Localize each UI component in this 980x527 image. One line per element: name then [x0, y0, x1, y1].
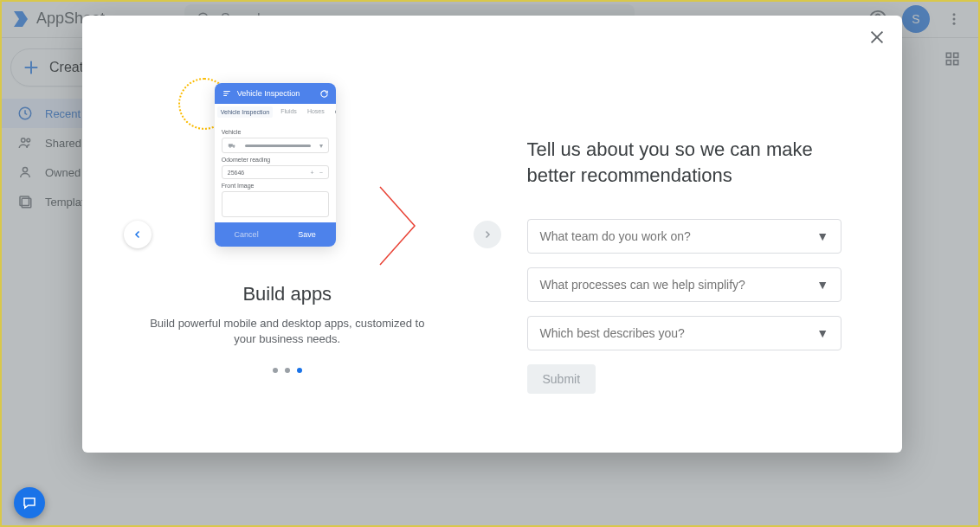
svg-rect-24	[229, 144, 233, 146]
svg-point-27	[233, 146, 235, 148]
dropdown-arrow-icon: ▼	[816, 229, 828, 243]
phone-tab: Vehicle Inspection	[217, 106, 273, 118]
phone-vehicle-select: ▾	[222, 138, 329, 153]
phone-odometer-input: 25646 +−	[222, 165, 329, 179]
chat-fab[interactable]	[14, 487, 45, 518]
red-arrow-decoration	[376, 183, 419, 269]
chat-icon	[22, 495, 37, 511]
carousel-dot[interactable]	[297, 368, 302, 373]
carousel-next-button[interactable]	[474, 221, 501, 248]
submit-button[interactable]: Submit	[527, 364, 596, 394]
carousel-dots	[273, 368, 302, 373]
phone-tab: Hoses	[302, 104, 330, 120]
phone-cancel: Cancel	[235, 230, 259, 239]
form-heading: Tell us about you so we can make better …	[527, 137, 842, 188]
dropdown-arrow-icon: ▼	[816, 326, 828, 340]
carousel-dot[interactable]	[285, 368, 290, 373]
phone-title: Vehicle Inspection	[237, 89, 300, 98]
svg-point-26	[229, 146, 231, 148]
refresh-icon	[319, 89, 329, 99]
onboarding-modal: Vehicle Inspection Vehicle Inspection Fl…	[82, 16, 902, 453]
slide-title: Build apps	[242, 283, 332, 305]
phone-tab-more: ▸	[330, 104, 336, 120]
close-icon	[867, 28, 887, 47]
close-button[interactable]	[867, 28, 887, 50]
carousel-dot[interactable]	[273, 368, 278, 373]
phone-save: Save	[298, 230, 316, 239]
dropdown-arrow-icon: ▼	[816, 278, 828, 292]
phone-front-image-label: Front Image	[222, 183, 329, 189]
phone-vehicle-label: Vehicle	[222, 129, 329, 135]
processes-select-placeholder: What processes can we help simplify?	[540, 278, 745, 292]
truck-icon	[228, 142, 236, 149]
phone-image-placeholder	[222, 191, 329, 217]
phone-odometer-label: Odometer reading	[222, 157, 329, 163]
phone-odometer-value: 25646	[228, 170, 244, 176]
chevron-left-icon	[132, 229, 143, 240]
chevron-right-icon	[482, 229, 493, 240]
phone-tab: Fluids	[275, 104, 302, 120]
team-select[interactable]: What team do you work on? ▼	[527, 219, 842, 254]
team-select-placeholder: What team do you work on?	[540, 229, 691, 243]
describe-select-placeholder: Which best describes you?	[540, 326, 685, 340]
menu-icon	[222, 89, 232, 98]
describe-select[interactable]: Which best describes you? ▼	[527, 316, 842, 350]
phone-illustration: Vehicle Inspection Vehicle Inspection Fl…	[201, 83, 374, 247]
carousel-prev-button[interactable]	[124, 221, 152, 248]
submit-label: Submit	[543, 372, 581, 386]
slide-subtitle: Build powerful mobile and desktop apps, …	[140, 316, 435, 347]
processes-select[interactable]: What processes can we help simplify? ▼	[527, 267, 842, 302]
